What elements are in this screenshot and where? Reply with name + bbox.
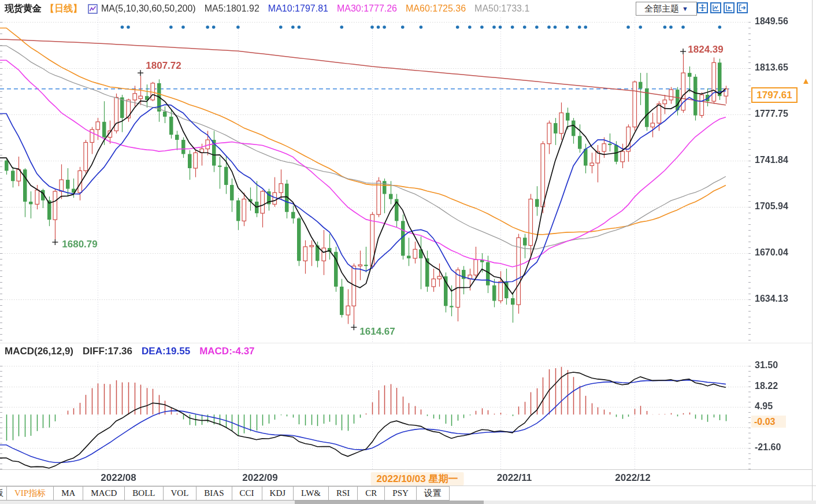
theme-selector-button[interactable]: 全部主题 ▼: [636, 2, 697, 16]
tab-psy[interactable]: PSY: [384, 486, 417, 501]
ma-legend-item: MA5:1801.92: [205, 3, 259, 13]
price-annotation: 1824.39: [688, 44, 723, 55]
price-axis-label: 1670.04: [755, 247, 788, 258]
ma-legend-item: MA60:1725.36: [406, 3, 466, 13]
instrument-title: 现货黄金: [5, 3, 42, 15]
macd-axis-label: 18.22: [755, 381, 778, 391]
ma-legend-item: MA50:1733.1: [474, 3, 529, 13]
price-axis-label: 1813.65: [755, 62, 788, 73]
export-icon[interactable]: [737, 2, 748, 13]
trading-chart-app: 现货黄金 【日线】 MA(5,10,30,60,50,200)MA5:1801.…: [0, 0, 816, 504]
price-axis-label: 1705.94: [755, 201, 788, 212]
price-annotation: 1680.79: [62, 239, 97, 250]
chevron-down-icon: ▼: [682, 5, 688, 12]
axis-scale-icon[interactable]: [710, 2, 721, 13]
macd-header-item: MACD:-4.37: [199, 346, 254, 357]
horizontal-scrollbar[interactable]: [0, 501, 816, 504]
tab-cci[interactable]: CCI: [232, 486, 262, 501]
tab-vol[interactable]: VOL: [163, 486, 197, 501]
tab-partial-label: 板: [0, 488, 3, 499]
chart-canvas[interactable]: [0, 0, 816, 504]
macd-header-item: MACD(26,12,9): [5, 346, 73, 357]
current-price-tag: 1797.61: [751, 87, 798, 103]
indicator-icon: [88, 4, 98, 14]
chart-header: 现货黄金 【日线】 MA(5,10,30,60,50,200)MA5:1801.…: [5, 2, 538, 16]
tab-boll[interactable]: BOLL: [124, 486, 163, 501]
tab-kdj[interactable]: KDJ: [262, 486, 294, 501]
ma-legend: MA(5,10,30,60,50,200)MA5:1801.92MA10:179…: [101, 3, 538, 14]
price-up-arrow-icon: ▲: [802, 76, 810, 86]
macd-axis-label: 31.50: [755, 360, 778, 370]
macd-axis-label: -21.60: [755, 442, 781, 453]
price-axis-label: 1777.75: [755, 109, 788, 119]
period-label: 【日线】: [45, 3, 82, 15]
ma-legend-item: MA10:1797.81: [268, 3, 328, 13]
price-annotation: 1807.72: [146, 60, 181, 72]
macd-header-item: DEA:19.55: [142, 346, 190, 357]
pan-icon[interactable]: [697, 2, 708, 13]
chart-toolbar: [697, 2, 748, 13]
tab-lw[interactable]: LW&: [293, 486, 329, 501]
x-axis-label: 2022/08: [101, 472, 136, 484]
tab-macd[interactable]: MACD: [83, 486, 125, 501]
ma-legend-item: MA(5,10,30,60,50,200): [101, 3, 196, 13]
tab-vip[interactable]: VIP指标: [6, 486, 54, 501]
macd-header-item: DIFF:17.36: [83, 346, 132, 357]
price-axis-label: 1741.84: [755, 155, 788, 165]
indicator-tabbar: 板 VIP指标MAMACDBOLLVOLBIASCCIKDJLW&RSICRPS…: [0, 486, 450, 501]
tab-bias[interactable]: BIAS: [196, 486, 232, 501]
macd-current-tag: -0.03: [751, 416, 786, 428]
x-axis-label: 2022/11: [497, 472, 532, 484]
price-axis-label: 1634.13: [755, 294, 788, 304]
tab-settings[interactable]: 设置: [416, 486, 450, 501]
scrollbar-thumb[interactable]: [295, 501, 484, 504]
theme-selector-label: 全部主题: [644, 3, 679, 14]
price-annotation: 1614.67: [359, 326, 395, 338]
tab-cr[interactable]: CR: [357, 486, 385, 501]
playback-icon[interactable]: [724, 2, 735, 13]
tab-ma[interactable]: MA: [53, 486, 83, 501]
macd-axis-label: 4.95: [755, 401, 773, 412]
tab-rsi[interactable]: RSI: [328, 486, 358, 501]
x-axis-label: 2022/12: [615, 472, 650, 484]
ma-legend-item: MA30:1777.26: [337, 3, 397, 13]
price-axis-label: 1849.56: [755, 16, 788, 27]
x-axis-label: 2022/09: [242, 472, 277, 484]
crosshair-date-label: 2022/10/03 星期一: [371, 472, 464, 486]
macd-header: MACD(26,12,9)DIFF:17.36DEA:19.55MACD:-4.…: [5, 346, 264, 357]
